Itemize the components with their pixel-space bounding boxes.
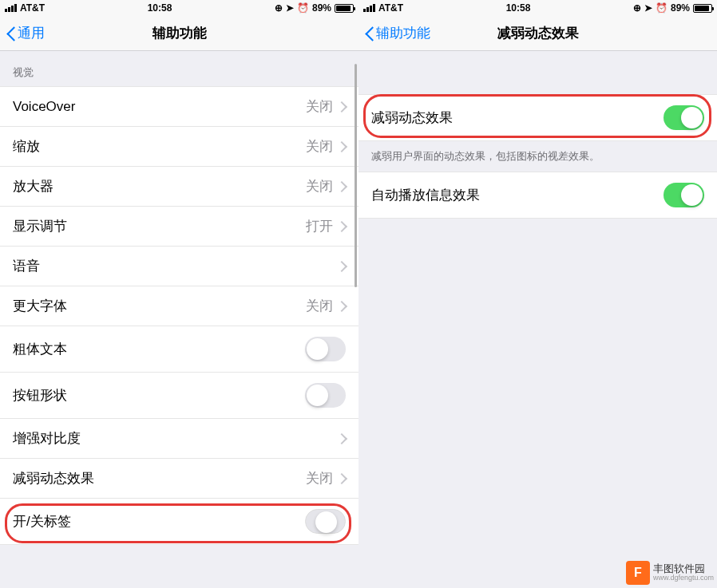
page-title: 辅助功能 <box>153 24 207 42</box>
item-label: 按钮形状 <box>13 386 67 404</box>
item-label: 放大器 <box>13 177 53 195</box>
location-icon: ➤ <box>644 2 652 14</box>
scroll-indicator[interactable] <box>355 64 357 287</box>
item-label: 减弱动态效果 <box>371 109 453 127</box>
watermark-url: www.dgfengtu.com <box>653 574 714 582</box>
toggle-bold-text[interactable] <box>305 337 346 361</box>
status-bar: AT&T 10:58 ⊕ ➤ ⏰ 89% <box>358 0 717 16</box>
settings-item-speech[interactable]: 语音 <box>0 247 358 286</box>
signal-icon <box>363 4 375 12</box>
back-label: 辅助功能 <box>376 24 430 42</box>
item-value: 关闭 <box>306 137 333 156</box>
battery-icon <box>335 4 354 13</box>
chevron-right-icon <box>339 141 346 152</box>
item-label: VoiceOver <box>13 99 75 115</box>
chevron-right-icon <box>339 433 346 444</box>
nav-bar: 辅助功能 减弱动态效果 <box>358 16 717 51</box>
settings-list: VoiceOver 关闭 缩放 关闭 放大器 关闭 <box>0 86 358 545</box>
battery-percent: 89% <box>312 2 331 14</box>
item-label: 开/关标签 <box>13 512 71 531</box>
settings-item-zoom[interactable]: 缩放 关闭 <box>0 127 358 167</box>
settings-item-on-off-labels[interactable]: 开/关标签 <box>0 499 358 545</box>
chevron-right-icon <box>339 101 346 112</box>
item-label: 显示调节 <box>13 217 67 235</box>
page-title: 减弱动态效果 <box>497 24 579 42</box>
left-screen: AT&T 10:58 ⊕ ➤ ⏰ 89% 通用 辅助功能 视觉 VoiceOve… <box>0 0 358 588</box>
watermark-name: 丰图软件园 <box>653 563 714 574</box>
chevron-right-icon <box>339 473 346 483</box>
status-bar: AT&T 10:58 ⊕ ➤ ⏰ 89% <box>0 0 358 16</box>
right-screen: AT&T 10:58 ⊕ ➤ ⏰ 89% 辅助功能 减弱动态效果 减弱动态效果 <box>358 0 717 588</box>
toggle-button-shapes[interactable] <box>305 383 346 408</box>
chevron-left-icon <box>6 26 16 41</box>
orientation-lock-icon: ⊕ <box>633 2 641 14</box>
watermark-logo-icon: F <box>626 561 650 585</box>
orientation-lock-icon: ⊕ <box>275 2 283 14</box>
item-label: 自动播放信息效果 <box>371 186 480 204</box>
carrier-label: AT&T <box>378 2 403 14</box>
settings-item-display[interactable]: 显示调节 打开 <box>0 207 358 247</box>
settings-list: 减弱动态效果 <box>358 94 717 141</box>
back-button[interactable]: 辅助功能 <box>365 24 430 42</box>
battery-percent: 89% <box>671 2 690 14</box>
nav-bar: 通用 辅助功能 <box>0 16 358 51</box>
chevron-left-icon <box>365 26 374 41</box>
carrier-label: AT&T <box>20 2 45 14</box>
settings-item-voiceover[interactable]: VoiceOver 关闭 <box>0 86 358 127</box>
settings-item-larger-text[interactable]: 更大字体 关闭 <box>0 286 358 326</box>
settings-item-bold-text[interactable]: 粗体文本 <box>0 326 358 373</box>
settings-item-autoplay-effects[interactable]: 自动播放信息效果 <box>358 172 717 219</box>
item-label: 语音 <box>13 257 40 275</box>
toggle-on-off-labels[interactable] <box>305 509 346 534</box>
chevron-right-icon <box>339 181 346 191</box>
item-label: 减弱动态效果 <box>13 469 94 487</box>
item-label: 缩放 <box>13 137 40 156</box>
item-value: 打开 <box>306 217 333 235</box>
signal-icon <box>5 4 17 12</box>
settings-item-contrast[interactable]: 增强对比度 <box>0 419 358 459</box>
chevron-right-icon <box>339 221 346 231</box>
item-label: 增强对比度 <box>13 429 81 448</box>
settings-item-reduce-motion[interactable]: 减弱动态效果 <box>358 94 717 141</box>
chevron-right-icon <box>339 301 346 311</box>
settings-item-magnifier[interactable]: 放大器 关闭 <box>0 167 358 207</box>
back-button[interactable]: 通用 <box>6 24 45 42</box>
status-time: 10:58 <box>148 2 172 14</box>
location-icon: ➤ <box>286 2 294 14</box>
spacer <box>358 51 717 94</box>
battery-icon <box>693 4 712 13</box>
toggle-reduce-motion[interactable] <box>664 105 704 130</box>
item-value: 关闭 <box>306 97 333 116</box>
status-time: 10:58 <box>506 2 531 14</box>
item-label: 更大字体 <box>13 297 67 315</box>
settings-list-2: 自动播放信息效果 <box>358 172 717 219</box>
footer-description: 减弱用户界面的动态效果，包括图标的视差效果。 <box>358 141 717 172</box>
back-label: 通用 <box>18 24 45 42</box>
item-value: 关闭 <box>306 177 333 195</box>
item-value: 关闭 <box>306 297 333 315</box>
watermark: F 丰图软件园 www.dgfengtu.com <box>626 561 714 585</box>
item-label: 粗体文本 <box>13 340 67 358</box>
settings-item-button-shapes[interactable]: 按钮形状 <box>0 373 358 419</box>
settings-item-reduce-motion[interactable]: 减弱动态效果 关闭 <box>0 459 358 499</box>
toggle-autoplay-effects[interactable] <box>664 183 704 207</box>
item-value: 关闭 <box>306 469 333 487</box>
section-header-vision: 视觉 <box>0 51 358 86</box>
alarm-icon: ⏰ <box>297 2 309 14</box>
alarm-icon: ⏰ <box>656 2 667 14</box>
chevron-right-icon <box>339 261 346 271</box>
